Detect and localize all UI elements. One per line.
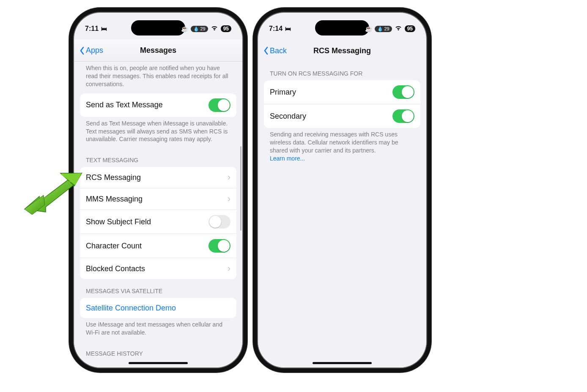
chevron-right-icon: › (228, 172, 230, 183)
primary-toggle[interactable] (392, 85, 414, 99)
sleep-icon: 🛏 (101, 25, 107, 32)
read-receipts-footnote: When this is on, people are notified whe… (80, 62, 236, 93)
chevron-right-icon: › (228, 263, 230, 274)
blocked-contacts-row[interactable]: Blocked Contacts › (80, 258, 236, 279)
cup-icon: ☕ (181, 25, 188, 32)
rcs-messaging-row[interactable]: RCS Messaging › (80, 167, 236, 188)
satellite-header: MESSAGES VIA SATELLITE (80, 279, 236, 298)
status-time: 7:11 (85, 25, 99, 33)
status-time: 7:14 (269, 25, 283, 33)
svg-marker-0 (25, 173, 82, 212)
phone-messages-settings: 7:11 🛏 ☕ 💧29 95 Apps Messages When this … (74, 13, 242, 368)
charcount-label: Character Count (86, 242, 208, 250)
status-bar: 7:11 🛏 ☕ 💧29 95 (74, 21, 242, 36)
rcs-footnote: Sending and receiving messages with RCS … (264, 128, 420, 168)
satellite-demo-label: Satellite Connection Demo (86, 304, 230, 313)
show-subject-toggle[interactable] (208, 215, 230, 229)
satellite-footnote: Use iMessage and text messages when cell… (80, 318, 236, 342)
svg-marker-4 (25, 195, 45, 215)
precipitation-badge: 💧29 (375, 26, 392, 32)
rcs-section-header: TURN ON RCS MESSAGING FOR (264, 62, 420, 80)
send-as-text-label: Send as Text Message (86, 101, 208, 109)
send-as-text-footnote: Send as Text Message when iMessage is un… (80, 117, 236, 149)
back-button[interactable]: Back (263, 46, 287, 55)
chevron-right-icon: › (228, 193, 230, 204)
chevron-left-icon (263, 46, 269, 55)
home-indicator[interactable] (129, 362, 188, 364)
back-button[interactable]: Apps (79, 46, 103, 55)
nav-bar: Apps Messages (74, 40, 242, 62)
status-bar: 7:14 🛏 ☕ 💧29 95 (258, 21, 426, 36)
phone-rcs-settings: 7:14 🛏 ☕ 💧29 95 Back RCS Messaging TURN … (258, 13, 426, 368)
send-as-text-toggle[interactable] (208, 98, 230, 112)
mms-messaging-row[interactable]: MMS Messaging › (80, 188, 236, 210)
rcs-primary-row[interactable]: Primary (264, 80, 420, 104)
home-indicator[interactable] (313, 362, 372, 364)
back-label: Apps (86, 46, 103, 55)
wifi-icon (211, 25, 218, 33)
subject-label: Show Subject Field (86, 218, 208, 226)
chevron-left-icon (79, 46, 85, 55)
character-count-row[interactable]: Character Count (80, 234, 236, 258)
precipitation-badge: 💧29 (191, 26, 208, 32)
rcs-label: RCS Messaging (86, 173, 228, 182)
back-label: Back (270, 46, 287, 55)
satellite-demo-row[interactable]: Satellite Connection Demo (80, 298, 236, 318)
wifi-icon (395, 25, 402, 33)
nav-bar: Back RCS Messaging (258, 40, 426, 62)
text-messaging-header: TEXT MESSAGING (80, 148, 236, 167)
blocked-label: Blocked Contacts (86, 264, 228, 273)
secondary-label: Secondary (270, 112, 392, 121)
sleep-icon: 🛏 (285, 25, 291, 32)
scrollbar[interactable] (240, 146, 241, 231)
battery-badge: 95 (221, 25, 231, 32)
primary-label: Primary (270, 88, 392, 97)
show-subject-row[interactable]: Show Subject Field (80, 210, 236, 234)
rcs-footnote-text: Sending and receiving messages with RCS … (270, 131, 398, 154)
character-count-toggle[interactable] (208, 239, 230, 253)
secondary-toggle[interactable] (392, 109, 414, 123)
send-as-text-row[interactable]: Send as Text Message (80, 93, 236, 117)
battery-badge: 95 (405, 25, 415, 32)
learn-more-link[interactable]: Learn more... (270, 155, 305, 162)
cup-icon: ☕ (365, 25, 372, 32)
rcs-secondary-row[interactable]: Secondary (264, 104, 420, 128)
mms-label: MMS Messaging (86, 195, 228, 204)
message-history-header: MESSAGE HISTORY (80, 342, 236, 357)
